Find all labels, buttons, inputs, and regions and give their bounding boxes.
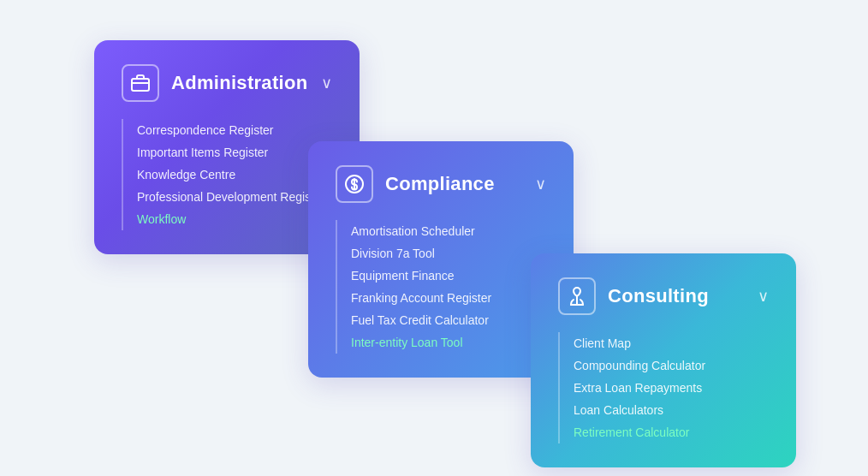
admin-list: Correspondence Register Important Items … — [122, 119, 332, 230]
compliance-header-left: Compliance — [336, 165, 495, 203]
admin-card-header: Administration ∨ — [122, 64, 332, 102]
consulting-list: Client Map Compounding Calculator Extra … — [558, 332, 769, 443]
admin-chevron[interactable]: ∨ — [321, 74, 332, 92]
list-item[interactable]: Professional Development Register — [137, 186, 332, 208]
consulting-icon-wrap — [558, 277, 596, 315]
compliance-icon-wrap — [336, 165, 373, 203]
list-item[interactable]: Workflow — [137, 208, 332, 230]
list-item[interactable]: Equipment Finance — [351, 265, 546, 287]
compliance-title: Compliance — [385, 173, 495, 195]
dollar-circle-icon — [344, 174, 365, 194]
compliance-chevron[interactable]: ∨ — [535, 175, 546, 193]
consulting-chevron[interactable]: ∨ — [758, 287, 769, 306]
svg-rect-0 — [132, 79, 149, 91]
list-item[interactable]: Extra Loan Repayments — [574, 377, 769, 399]
plant-hand-icon — [567, 286, 587, 306]
list-item[interactable]: Retirement Calculator — [574, 421, 769, 443]
list-item[interactable]: Important Items Register — [137, 141, 332, 164]
admin-header-left: Administration — [122, 64, 307, 102]
consulting-card: Consulting ∨ Client Map Compounding Calc… — [531, 253, 796, 467]
list-item[interactable]: Client Map — [574, 332, 769, 354]
list-item[interactable]: Loan Calculators — [574, 399, 769, 421]
list-item[interactable]: Amortisation Scheduler — [351, 220, 546, 242]
admin-title: Administration — [171, 72, 307, 94]
briefcase-icon — [130, 73, 151, 93]
list-item[interactable]: Inter-entity Loan Tool — [351, 331, 546, 354]
compliance-card-header: Compliance ∨ — [336, 165, 546, 203]
list-item[interactable]: Fuel Tax Credit Calculator — [351, 309, 546, 331]
list-item[interactable]: Division 7a Tool — [351, 242, 546, 265]
list-item[interactable]: Knowledge Centre — [137, 164, 332, 186]
admin-icon-wrap — [122, 64, 159, 102]
list-item[interactable]: Compounding Calculator — [574, 354, 769, 377]
list-item[interactable]: Correspondence Register — [137, 119, 332, 141]
consulting-card-header: Consulting ∨ — [558, 277, 769, 315]
compliance-list: Amortisation Scheduler Division 7a Tool … — [336, 220, 546, 354]
list-item[interactable]: Franking Account Register — [351, 287, 546, 309]
consulting-title: Consulting — [608, 285, 709, 307]
consulting-header-left: Consulting — [558, 277, 709, 315]
